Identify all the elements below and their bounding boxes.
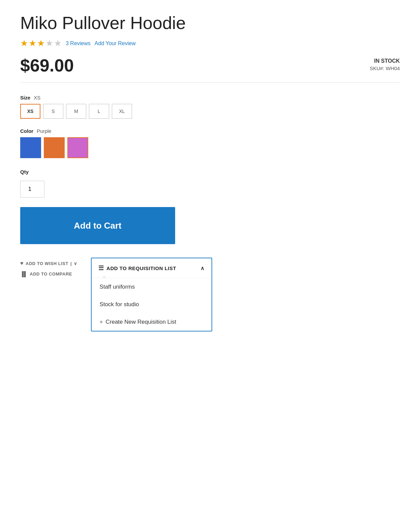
star-4: ★ — [45, 38, 53, 49]
stock-status: IN STOCK — [370, 58, 400, 64]
create-new-requisition-list[interactable]: + Create New Requisition List — [92, 313, 212, 331]
requisition-item-stock-for-studio[interactable]: Stock for studio — [92, 296, 212, 313]
add-to-cart-button[interactable]: Add to Cart — [20, 207, 175, 244]
create-new-label: Create New Requisition List — [106, 319, 176, 325]
product-price: $69.00 — [20, 55, 74, 76]
star-3: ★ — [37, 38, 45, 49]
star-5: ★ — [54, 38, 62, 49]
color-swatch-orange[interactable] — [44, 137, 65, 158]
price-stock-row: $69.00 IN STOCK SKU#: WH04 — [20, 55, 400, 76]
product-title: Miko Pullover Hoodie — [20, 13, 400, 33]
bar-chart-icon: ▐▌ — [20, 271, 28, 277]
plus-icon: + — [100, 319, 103, 325]
requisition-dropdown-content: Staff uniforms Stock for studio + Create… — [92, 278, 212, 331]
color-selected-value: Purple — [37, 128, 51, 134]
sku-info: SKU#: WH04 — [370, 65, 400, 71]
add-to-compare-button[interactable]: ▐▌ ADD TO COMPARE — [20, 271, 77, 277]
color-swatch-purple[interactable] — [67, 137, 88, 158]
color-label: Color Purple — [20, 128, 400, 134]
size-btn-s[interactable]: S — [43, 104, 63, 119]
size-selected-value: XS — [34, 95, 40, 100]
reviews-link[interactable]: 3 Reviews — [66, 40, 91, 47]
size-btn-m[interactable]: M — [66, 104, 86, 119]
qty-label: Qty — [20, 169, 400, 175]
size-label: Size XS — [20, 95, 400, 100]
heart-icon: ♥ — [20, 260, 24, 266]
list-icon: ☰ — [98, 264, 104, 272]
color-options — [20, 137, 400, 158]
requisition-header-label: ADD TO REQUISITION LIST — [106, 265, 176, 271]
chevron-down-icon: ∨ — [74, 261, 77, 266]
add-review-link[interactable]: Add Your Review — [95, 40, 136, 47]
requisition-dropdown: ☰ ADD TO REQUISITION LIST ∧ Staff unifor… — [91, 258, 212, 331]
size-options: XS S M L XL — [20, 104, 400, 119]
left-actions: ♥ ADD TO WISH LIST | ∨ ▐▌ ADD TO COMPARE — [20, 258, 77, 277]
size-btn-xs[interactable]: XS — [20, 104, 40, 119]
color-swatch-blue[interactable] — [20, 137, 41, 158]
size-btn-xl[interactable]: XL — [112, 104, 132, 119]
qty-input[interactable] — [20, 181, 44, 198]
star-rating: ★ ★ ★ ★ ★ — [20, 38, 62, 49]
requisition-list-toggle[interactable]: ☰ ADD TO REQUISITION LIST ∧ — [92, 258, 212, 278]
bottom-actions: ♥ ADD TO WISH LIST | ∨ ▐▌ ADD TO COMPARE… — [20, 258, 400, 331]
star-2: ★ — [29, 38, 36, 49]
divider — [20, 82, 400, 83]
chevron-up-icon: ∧ — [200, 265, 205, 271]
size-btn-l[interactable]: L — [89, 104, 109, 119]
qty-section: Qty — [20, 169, 400, 198]
stock-sku-block: IN STOCK SKU#: WH04 — [370, 55, 400, 71]
compare-label: ADD TO COMPARE — [30, 271, 72, 277]
wish-list-label: ADD TO WISH LIST — [26, 261, 68, 266]
star-1: ★ — [20, 38, 28, 49]
pipe-separator: | — [70, 261, 72, 266]
requisition-item-staff-uniforms[interactable]: Staff uniforms — [92, 278, 212, 296]
rating-row: ★ ★ ★ ★ ★ 3 Reviews Add Your Review — [20, 38, 400, 49]
add-to-wishlist-button[interactable]: ♥ ADD TO WISH LIST | ∨ — [20, 260, 77, 266]
